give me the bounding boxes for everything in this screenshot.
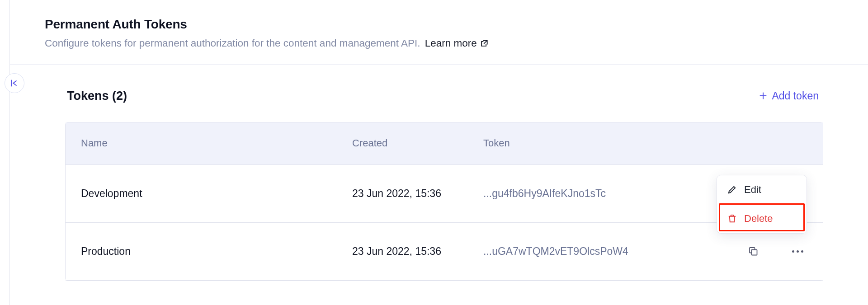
tokens-heading: Tokens (2) (67, 89, 127, 103)
sidebar-collapse-button[interactable] (5, 73, 24, 93)
col-created: Created (352, 137, 483, 149)
token-created: 23 Jun 2022, 15:36 (352, 245, 483, 258)
svg-rect-5 (752, 250, 757, 255)
table-row: Development 23 Jun 2022, 15:36 ...gu4fb6… (66, 165, 823, 223)
learn-more-link[interactable]: Learn more (425, 36, 489, 51)
token-value: ...uGA7wTQM2vET9OlcsPoW4 (483, 245, 712, 258)
tokens-heading-label: Tokens (67, 89, 109, 103)
token-name: Production (81, 245, 352, 258)
row-actions-button[interactable] (788, 242, 807, 260)
add-token-button[interactable]: Add token (755, 88, 821, 104)
page-subtitle-text: Configure tokens for permanent authoriza… (45, 38, 420, 49)
delete-label: Delete (744, 213, 773, 225)
trash-icon (727, 213, 737, 224)
token-value: ...gu4fb6Hy9AIfeKJno1sTc (483, 188, 712, 200)
page-header: Permanent Auth Tokens Configure tokens f… (0, 0, 868, 64)
collapse-left-icon (9, 78, 19, 88)
edit-label: Edit (744, 184, 761, 196)
page-subtitle: Configure tokens for permanent authoriza… (45, 36, 868, 51)
tokens-table: Name Created Token Development 23 Jun 20… (65, 122, 823, 281)
tokens-section: Tokens (2) Add token Name Created Token … (0, 65, 868, 281)
tokens-count: 2 (116, 89, 123, 103)
col-name: Name (81, 137, 352, 149)
svg-line-1 (484, 40, 487, 44)
token-name: Development (81, 188, 352, 200)
add-token-label: Add token (772, 90, 819, 102)
pencil-icon (727, 184, 737, 195)
plus-icon (758, 91, 768, 101)
col-token: Token (483, 137, 712, 149)
table-row: Production 23 Jun 2022, 15:36 ...uGA7wTQ… (66, 223, 823, 281)
token-created: 23 Jun 2022, 15:36 (352, 188, 483, 200)
copy-icon (748, 246, 759, 257)
external-link-icon (480, 39, 489, 48)
edit-menu-item[interactable]: Edit (717, 175, 807, 204)
delete-menu-item[interactable]: Delete (717, 204, 807, 233)
row-actions-menu: Edit Delete (717, 175, 807, 234)
table-header: Name Created Token (66, 122, 823, 165)
learn-more-label: Learn more (425, 36, 477, 51)
more-horizontal-icon (792, 250, 803, 253)
copy-token-button[interactable] (744, 242, 762, 260)
page-title: Permanent Auth Tokens (45, 17, 868, 32)
left-rail-divider (9, 0, 10, 305)
